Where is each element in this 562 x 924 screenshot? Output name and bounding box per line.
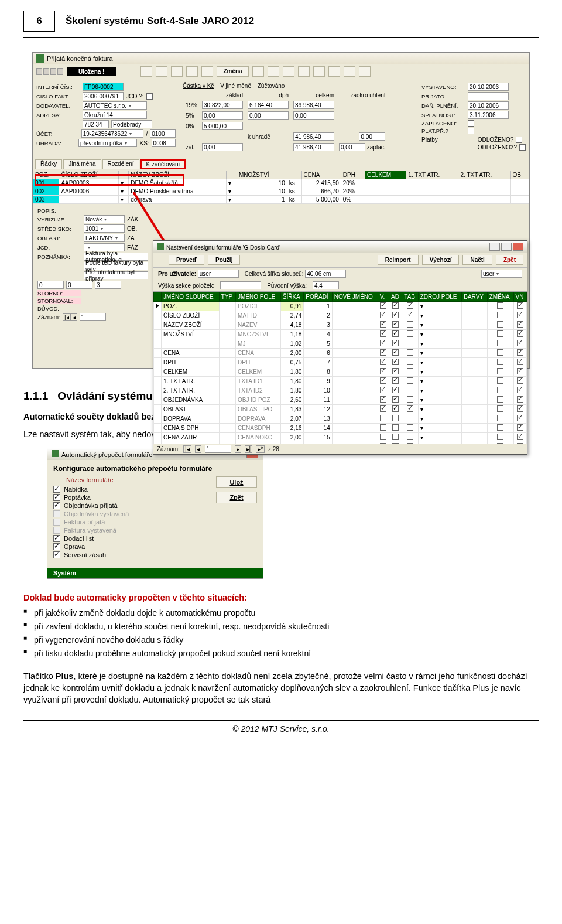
field[interactable]: 0 — [37, 281, 64, 289]
field[interactable]: Novák — [84, 215, 125, 223]
sum-cell[interactable]: 0,00 — [339, 143, 365, 151]
designer-row[interactable]: ČÍSLO ZBOŽÍMAT ID2,742▾ — [154, 311, 527, 320]
sum-cell[interactable]: 5 000,00 — [202, 122, 243, 130]
tab-k-zauctovani[interactable]: K zaúčtování — [140, 159, 186, 169]
designer-row[interactable]: NÁZEV ZBOŽÍNAZEV4,183▾ — [154, 320, 527, 330]
width-field[interactable]: 40,06 cm — [305, 270, 346, 278]
vychozi-button[interactable]: Výchozí — [422, 255, 460, 265]
field[interactable]: 3.11.2006 — [468, 111, 509, 119]
field[interactable]: 1001 — [84, 224, 125, 233]
adresa-field[interactable]: Okružní 14 — [83, 111, 147, 119]
minimize-icon[interactable] — [489, 243, 500, 251]
proved-button[interactable]: Proveď — [169, 255, 204, 265]
designer-row[interactable]: DPHDPH0,757▾ — [154, 358, 527, 367]
checkbox-icon[interactable] — [53, 551, 60, 558]
form-option[interactable]: Oprava — [53, 543, 209, 550]
jcd-checkbox[interactable] — [146, 93, 153, 100]
designer-row[interactable]: MNOŽSTVÍMNOZSTVI1,184▾ — [154, 330, 527, 339]
nav-new-icon[interactable]: ▸* — [256, 445, 265, 453]
pouzij-button[interactable]: Použij — [208, 255, 240, 265]
field[interactable]: 1 — [80, 313, 106, 321]
sum-cell[interactable]: 41 986,40 — [293, 143, 334, 151]
nav-next-icon[interactable]: ▸ — [235, 445, 241, 453]
maximize-icon[interactable] — [501, 243, 512, 251]
zpet-button[interactable]: Zpět — [496, 255, 523, 265]
sum-cell[interactable]: 36 986,40 — [293, 101, 334, 109]
checkbox-icon[interactable] — [53, 502, 60, 509]
mesto-field[interactable]: Poděbrady — [111, 120, 152, 128]
toolbar-icon[interactable] — [171, 66, 183, 77]
sum-cell[interactable]: 0,00 — [202, 143, 243, 151]
field[interactable]: Pro tuto fakturu byl připrav — [84, 271, 148, 279]
toolbar-icon[interactable] — [140, 66, 152, 77]
field[interactable] — [220, 281, 261, 289]
line-row[interactable]: 002AAP00006▾DEMO Prosklená vitrína▾10ks6… — [33, 187, 529, 196]
nav-pos-field[interactable]: 1 — [205, 445, 231, 453]
designer-row[interactable]: CENACENA2,006▾ — [154, 349, 527, 358]
field[interactable]: 4,4 — [313, 281, 339, 289]
uloz-button[interactable]: Ulož — [216, 476, 257, 488]
record-nav[interactable] — [36, 68, 63, 75]
designer-row[interactable]: MJ1,025▾ — [154, 339, 527, 349]
window-buttons[interactable] — [489, 243, 523, 251]
designer-row[interactable]: OBLASTOBLAST IPOL1,8312▾ — [154, 405, 527, 414]
line-row[interactable]: 001AAP00003▾DEMO Šatní skříň▾10ks2 415,5… — [33, 179, 529, 187]
nacti-button[interactable]: Načti — [462, 255, 492, 265]
tab-radky[interactable]: Řádky — [35, 159, 62, 169]
sum-cell[interactable]: 0,00 — [248, 111, 289, 120]
field[interactable]: LAKOVNY — [84, 234, 125, 242]
sum-cell[interactable]: 0,00 — [202, 111, 243, 120]
close-icon[interactable] — [513, 243, 523, 251]
designer-row[interactable]: CENA ZAHRCENA NOKC2,0015▾ — [154, 433, 527, 442]
toolbar-icon[interactable] — [328, 66, 340, 77]
toolbar-icon[interactable] — [359, 66, 371, 77]
designer-row[interactable]: CELKEMCELKEM1,808▾ — [154, 367, 527, 377]
toolbar-icon[interactable] — [344, 66, 355, 77]
tab-rozdeleni[interactable]: Rozdělení — [102, 159, 139, 169]
field[interactable] — [468, 92, 509, 100]
dodavatel-field[interactable]: AUTOTEC s.r.o. — [83, 101, 147, 110]
form-option[interactable]: Nabídka — [53, 486, 209, 493]
toolbar-icon[interactable] — [298, 66, 310, 77]
designer-row[interactable]: 1. TXT ATR.TXTA ID11,809▾ — [154, 377, 527, 386]
toolbar-icon[interactable] — [313, 66, 325, 77]
toolbar-icon[interactable] — [186, 66, 198, 77]
lines-grid[interactable]: POZ.ČÍSLO ZBOŽÍNÁZEV ZBOŽÍ MNOŽSTVÍCENAD… — [33, 171, 529, 204]
nav-first-icon[interactable]: |◂ — [183, 445, 191, 453]
psc-field[interactable]: 782 34 — [83, 120, 109, 128]
chk[interactable] — [468, 128, 474, 134]
interni-cislo-field[interactable]: FP06-0002 — [83, 83, 124, 91]
sum-cell[interactable]: 0,00 — [293, 111, 334, 120]
ucet-field[interactable]: 19-24356473622 — [81, 129, 144, 138]
nav-last-icon[interactable]: ▸| — [245, 445, 253, 453]
tab-jina-mena[interactable]: Jiná měna — [63, 159, 101, 169]
designer-row[interactable]: DOPRAVADOPRAVA2,0713▾ — [154, 414, 527, 424]
form-option[interactable]: Servisní zásah — [53, 551, 209, 558]
user-combo[interactable]: user — [481, 270, 522, 278]
chk[interactable] — [468, 120, 474, 127]
toolbar-icon[interactable] — [252, 66, 264, 77]
sum-cell[interactable]: 30 822,00 — [202, 101, 243, 109]
form-option[interactable]: Dodací list — [53, 535, 209, 542]
sum-cell[interactable]: 6 164,40 — [248, 101, 289, 109]
designer-row[interactable]: POZ.POZICE0,911▾ — [154, 302, 527, 311]
toolbar-icon[interactable] — [268, 66, 279, 77]
form-option[interactable]: Poptávka — [53, 494, 209, 501]
form-option[interactable]: Objednávka přijatá — [53, 502, 209, 509]
nav-prev-icon[interactable]: ◂ — [195, 445, 201, 453]
designer-row[interactable]: OBJEDNÁVKAOBJ ID POZ2,6011▾ — [154, 395, 527, 405]
sum-cell[interactable]: 41 986,40 — [293, 132, 334, 141]
checkbox-icon[interactable] — [53, 543, 60, 550]
cislo-fakt-field[interactable]: 2006-000791 — [83, 92, 124, 100]
checkbox-icon[interactable] — [53, 494, 60, 501]
designer-row[interactable]: CENA S DPHCENASDPH2,1614▾ — [154, 424, 527, 433]
chk[interactable] — [516, 137, 522, 143]
toolbar-icon[interactable] — [283, 66, 294, 77]
designer-row[interactable]: 2. TXT ATR.TXTA ID21,8010▾ — [154, 386, 527, 395]
toolbar-icon[interactable] — [156, 66, 167, 77]
reimport-button[interactable]: Reimport — [378, 255, 419, 265]
ucet-kod-field[interactable]: 0100 — [150, 129, 176, 138]
field[interactable]: 0 — [66, 281, 92, 289]
designer-grid[interactable]: JMÉNO SLOUPCETYPJMÉNO POLE ŠÍŘKAPOŘADÍNO… — [153, 292, 527, 444]
chk[interactable] — [519, 144, 526, 151]
